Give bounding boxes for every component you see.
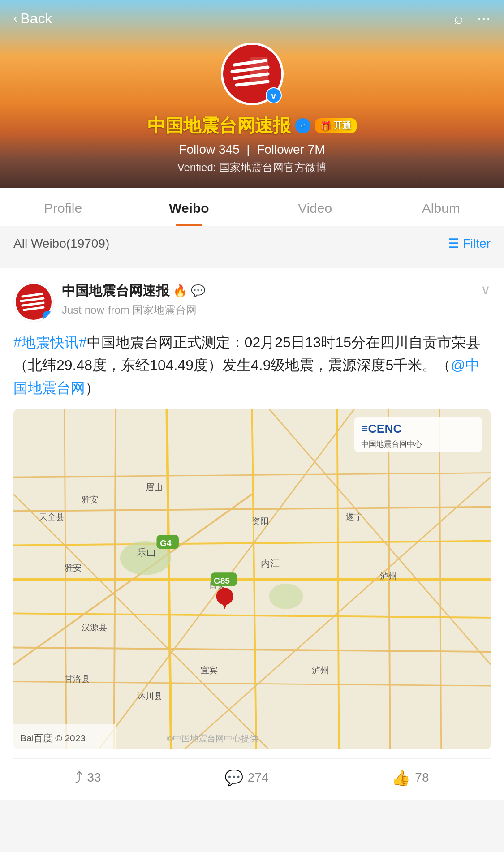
filter-button[interactable]: ☰ Filter [448,236,491,251]
post-meta: Just now from 国家地震台网 [62,303,481,317]
svg-text:泸州: 泸州 [380,572,397,581]
svg-text:中国地震台网中心: 中国地震台网中心 [361,439,422,448]
vip-label: 开通 [333,120,351,132]
svg-text:天全县: 天全县 [39,512,65,521]
tab-weibo[interactable]: Weibo [126,188,252,226]
fire-emoji: 🔥 [173,284,187,298]
search-icon[interactable]: ⌕ [454,9,464,28]
post-avatar-verified: v [43,311,53,322]
svg-text:G85: G85 [214,576,230,585]
account-name: 中国地震台网速报 ♂ 🎁 开通 [147,113,357,138]
verified-badge: v [266,87,282,103]
nav-right-actions: ⌕ ··· [454,9,491,28]
post-author-info: 中国地震台网速报 🔥 💬 Just now from 国家地震台网 [62,282,481,317]
back-label: Back [20,10,52,27]
post-author-name: 中国地震台网速报 🔥 💬 [62,282,481,300]
comment-icon: 💬 [224,769,243,787]
svg-text:G4: G4 [160,538,172,548]
filter-label: Filter [463,237,491,251]
post-map-image[interactable]: 乐山 内江 自贡 雅安 遂宁 泸州 资阳 天全县 雅安 眉山 汉源县 甘洛县 沐… [13,409,491,750]
post-chevron-icon[interactable]: ∨ [481,282,491,297]
svg-rect-5 [250,57,268,84]
gender-icon: ♂ [295,118,310,133]
post-card: v 中国地震台网速报 🔥 💬 Just now from 国家地震台网 ∨ #地… [0,268,504,800]
reply-emoji: 💬 [191,284,205,298]
svg-text:雅安: 雅安 [65,563,82,572]
tab-video[interactable]: Video [252,188,378,226]
earthquake-map: 乐山 内江 自贡 雅安 遂宁 泸州 资阳 天全县 雅安 眉山 汉源县 甘洛县 沐… [13,409,491,750]
svg-text:雅安: 雅安 [82,495,99,504]
weibo-count: All Weibo(19709) [13,237,109,251]
repost-action[interactable]: ⤴ 33 [75,769,101,787]
svg-text:沐川县: 沐川县 [137,691,163,700]
repost-count: 33 [87,770,101,785]
comment-action[interactable]: 💬 274 [224,769,269,787]
like-icon: 👍 [392,769,410,787]
svg-text:遂宁: 遂宁 [346,512,363,521]
filter-icon: ☰ [448,236,459,251]
tab-profile[interactable]: Profile [0,188,126,226]
filter-bar: All Weibo(19709) ☰ Filter [0,226,504,261]
comment-count: 274 [248,770,269,785]
svg-text:眉山: 眉山 [146,482,163,491]
like-action[interactable]: 👍 78 [392,769,429,787]
svg-text:甘洛县: 甘洛县 [65,674,90,683]
svg-text:≡CENC: ≡CENC [361,422,402,435]
svg-text:Bai百度 © 2023: Bai百度 © 2023 [20,732,86,743]
tabs-bar: Profile Weibo Video Album [0,188,504,226]
repost-icon: ⤴ [75,769,82,787]
svg-text:内江: 内江 [261,558,280,568]
verified-text: Verified: 国家地震台网官方微博 [177,160,327,175]
stats: Follow 345 | Follower 7M [179,142,325,157]
vip-badge[interactable]: 🎁 开通 [315,118,357,133]
avatar-container: v [221,43,284,105]
svg-text:泸州: 泸州 [312,665,329,675]
post-source: from 国家地震台网 [108,303,197,317]
hero-section: ‹ Back ⌕ ··· v 中国地震台网速报 ♂ 🎁 开通 [0,0,504,188]
post-content: #地震快讯#中国地震台网正式测定：02月25日13时15分在四川自贡市荣县（北纬… [13,331,491,400]
back-button[interactable]: ‹ Back [13,10,52,27]
like-count: 78 [415,770,429,785]
tab-album[interactable]: Album [378,188,504,226]
svg-text:©中国地震台网中心提供: ©中国地震台网中心提供 [167,733,258,743]
more-icon[interactable]: ··· [477,9,491,28]
post-header: v 中国地震台网速报 🔥 💬 Just now from 国家地震台网 ∨ [13,282,491,322]
post-footer: ⤴ 33 💬 274 👍 78 [13,758,491,787]
hashtag[interactable]: #地震快讯# [13,334,87,350]
nav-bar: ‹ Back ⌕ ··· [0,0,504,37]
svg-text:宜宾: 宜宾 [201,665,218,675]
svg-point-32 [269,583,303,609]
svg-text:汉源县: 汉源县 [82,623,107,632]
chevron-left-icon: ‹ [13,11,17,26]
post-avatar[interactable]: v [13,282,54,322]
vip-icon: 🎁 [320,120,332,131]
svg-text:乐山: 乐山 [137,547,156,557]
svg-text:资阳: 资阳 [252,516,269,525]
